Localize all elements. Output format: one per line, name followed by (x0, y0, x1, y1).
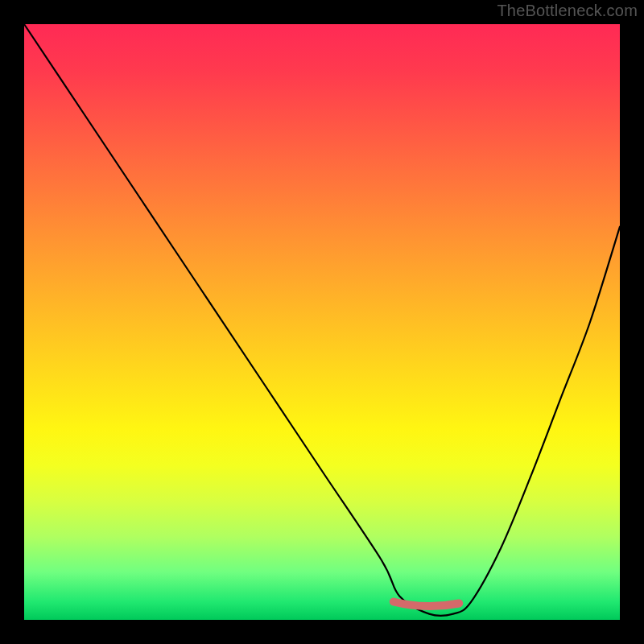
plot-area (24, 24, 620, 620)
curve-layer (24, 24, 620, 620)
optimal-zone-marker (394, 602, 459, 607)
watermark-text: TheBottleneck.com (497, 2, 638, 20)
chart-frame: TheBottleneck.com (0, 0, 644, 644)
bottleneck-curve (24, 24, 620, 616)
